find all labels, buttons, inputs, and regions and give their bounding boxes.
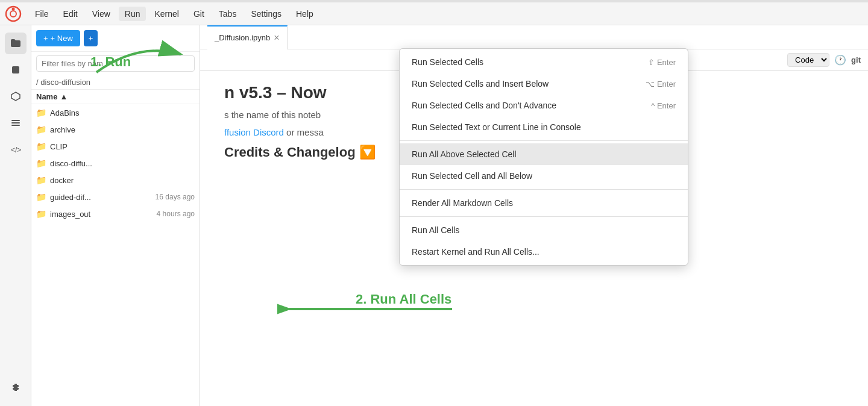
file-item-adabins[interactable]: 📁 AdaBins: [31, 104, 200, 121]
menu-settings[interactable]: Settings: [245, 7, 288, 21]
menu-edit[interactable]: Edit: [57, 7, 84, 21]
menu-item-run-cell-all-below[interactable]: Run Selected Cell and All Below: [400, 165, 688, 187]
sidebar-icon-list[interactable]: [5, 112, 27, 134]
menu-file[interactable]: File: [29, 7, 55, 21]
file-item-label: images_out: [50, 210, 90, 219]
file-item-label: CLIP: [50, 142, 68, 151]
svg-rect-7: [11, 125, 20, 126]
sort-icon[interactable]: ▲: [60, 92, 68, 101]
sidebar-icon-folder[interactable]: [5, 33, 27, 54]
file-item-archive[interactable]: 📁 archive: [31, 121, 200, 138]
separator-2: [400, 189, 688, 190]
menu-item-label: Run All Above Selected Cell: [412, 149, 517, 159]
plus-icon: +: [43, 34, 48, 43]
separator-3: [400, 216, 688, 217]
new-file-button[interactable]: + + New: [36, 30, 80, 46]
file-item-images[interactable]: 📁 images_out 4 hours ago: [31, 205, 200, 222]
file-item-docker[interactable]: 📁 docker: [31, 172, 200, 189]
icon-sidebar: </>: [0, 25, 31, 406]
menu-item-label: Run Selected Cell and All Below: [412, 171, 532, 181]
menu-item-shortcut: ⌥ Enter: [646, 80, 676, 89]
new-icon-button[interactable]: +: [84, 30, 98, 46]
svg-rect-6: [11, 122, 20, 123]
file-filter-input[interactable]: [36, 55, 195, 72]
app-logo: [5, 5, 22, 22]
menu-item-run-dont-advance[interactable]: Run Selected Cells and Don't Advance ^ E…: [400, 95, 688, 116]
folder-icon-clip: 📁: [36, 142, 46, 151]
file-item-label: docker: [50, 176, 74, 185]
file-item-label: disco-diffu...: [50, 159, 92, 168]
sidebar-icon-code[interactable]: </>: [5, 139, 27, 160]
file-list-header: Name ▲: [31, 90, 200, 104]
file-item-label: archive: [50, 125, 75, 134]
svg-point-2: [12, 7, 15, 10]
menu-run[interactable]: Run: [119, 7, 146, 21]
folder-icon-disco: 📁: [36, 158, 46, 168]
menu-item-run-text-console[interactable]: Run Selected Text or Current Line in Con…: [400, 116, 688, 138]
folder-icon-images: 📁: [36, 209, 46, 219]
file-list: 📁 AdaBins 📁 archive 📁 CLIP 📁 disco-diffu…: [31, 104, 200, 406]
breadcrumb: / disco-diffusion: [31, 75, 200, 90]
menu-item-run-all-cells[interactable]: Run All Cells: [400, 219, 688, 241]
file-item-guided[interactable]: 📁 guided-dif... 16 days ago: [31, 189, 200, 205]
menu-item-label: Run Selected Text or Current Line in Con…: [412, 122, 581, 132]
run-dropdown-menu: Run Selected Cells ⇧ Enter Run Selected …: [399, 48, 688, 266]
dropdown-overlay[interactable]: Run Selected Cells ⇧ Enter Run Selected …: [200, 25, 868, 406]
menu-git[interactable]: Git: [187, 7, 210, 21]
menu-tabs[interactable]: Tabs: [213, 7, 243, 21]
name-column-header: Name: [36, 92, 57, 101]
file-item-clip[interactable]: 📁 CLIP: [31, 138, 200, 155]
menu-item-render-markdown[interactable]: Render All Markdown Cells: [400, 192, 688, 214]
menu-bar: File Edit View Run Kernel Git Tabs Setti…: [0, 2, 868, 25]
folder-icon-adabins: 📁: [36, 108, 46, 117]
sidebar-icon-git[interactable]: [5, 86, 27, 107]
menu-item-label: Run All Cells: [412, 225, 459, 235]
file-item-label: AdaBins: [50, 108, 79, 117]
menu-item-label: Run Selected Cells and Don't Advance: [412, 101, 556, 110]
file-panel-header: + + New +: [31, 25, 200, 52]
sidebar-icon-extensions[interactable]: [5, 377, 27, 399]
file-item-time-images: 4 hours ago: [157, 210, 195, 218]
menu-item-shortcut: ^ Enter: [651, 101, 676, 110]
menu-view[interactable]: View: [86, 7, 116, 21]
file-item-disco[interactable]: 📁 disco-diffu...: [31, 155, 200, 172]
svg-point-1: [10, 11, 16, 17]
menu-help[interactable]: Help: [290, 7, 319, 21]
menu-item-run-insert-below[interactable]: Run Selected Cells and Insert Below ⌥ En…: [400, 73, 688, 95]
file-item-label: guided-dif...: [50, 193, 91, 202]
svg-text:</>: </>: [11, 146, 21, 154]
menu-item-label: Render All Markdown Cells: [412, 198, 513, 208]
svg-marker-4: [11, 92, 20, 101]
menu-item-run-selected[interactable]: Run Selected Cells ⇧ Enter: [400, 51, 688, 73]
menu-item-restart-run-all[interactable]: Restart Kernel and Run All Cells...: [400, 241, 688, 263]
new-icon-plus: +: [89, 34, 93, 43]
menu-item-label: Restart Kernel and Run All Cells...: [412, 247, 539, 257]
main-layout: </> + + New + / disco-diffusion Name ▲: [0, 25, 868, 406]
menu-item-label: Run Selected Cells and Insert Below: [412, 79, 549, 89]
main-content: _Diffusion.ipynb × Code 🕐 git n v5.3 – N…: [200, 25, 868, 406]
folder-icon-guided: 📁: [36, 192, 46, 202]
file-panel: + + New + / disco-diffusion Name ▲ 📁 Ada…: [31, 25, 200, 406]
menu-item-label: Run Selected Cells: [412, 57, 483, 67]
separator-1: [400, 140, 688, 141]
folder-icon-docker: 📁: [36, 175, 46, 185]
menu-item-run-all-above[interactable]: Run All Above Selected Cell: [400, 143, 688, 165]
svg-rect-5: [11, 120, 20, 121]
menu-item-shortcut: ⇧ Enter: [648, 58, 676, 67]
file-item-time: 16 days ago: [156, 193, 195, 201]
svg-rect-3: [12, 66, 19, 73]
sidebar-icon-stop[interactable]: [5, 59, 27, 81]
menu-kernel[interactable]: Kernel: [148, 7, 184, 21]
folder-icon-archive: 📁: [36, 125, 46, 134]
